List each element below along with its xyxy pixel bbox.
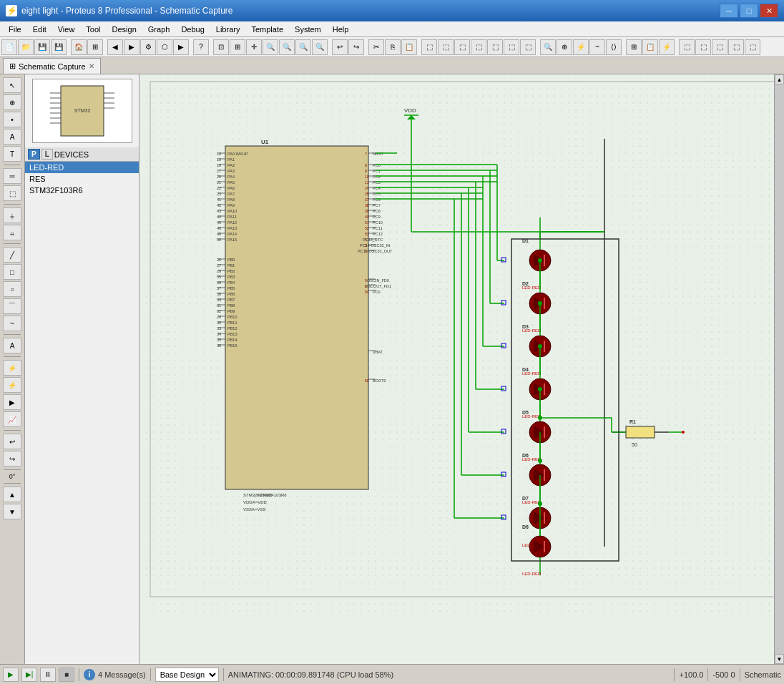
play-button[interactable]: ▶	[3, 668, 19, 682]
svg-text:10: 10	[365, 175, 369, 179]
lt-select[interactable]: ↖	[3, 77, 21, 93]
maximize-button[interactable]: □	[740, 4, 758, 18]
tb-save[interactable]: 💾	[34, 39, 50, 55]
lt-undo[interactable]: ↩	[3, 434, 21, 449]
tb-back[interactable]: ◀	[107, 39, 123, 55]
tb-undo[interactable]: ↩	[332, 39, 348, 55]
lt-probe[interactable]: ⚡	[3, 360, 21, 376]
menu-system[interactable]: System	[289, 21, 327, 36]
menu-graph[interactable]: Graph	[142, 21, 176, 36]
tab-schematic[interactable]: ⊞ Schematic Capture ✕	[3, 58, 101, 74]
menu-edit[interactable]: Edit	[27, 21, 52, 36]
design-select[interactable]: Base Design	[155, 668, 219, 682]
menu-design[interactable]: Design	[107, 21, 142, 36]
menu-tool[interactable]: Tool	[80, 21, 106, 36]
tb-sim[interactable]: ▶	[173, 39, 189, 55]
tb-zoom-in[interactable]: 🔍	[263, 39, 278, 55]
lt-line[interactable]: ╱	[3, 247, 21, 263]
tb-home[interactable]: 🏠	[71, 39, 87, 55]
tb-redo[interactable]: ↪	[348, 39, 364, 55]
mode-p-button[interactable]: P	[28, 149, 40, 160]
scroll-up-button[interactable]: ▲	[775, 74, 784, 84]
lt-wire-label[interactable]: A	[3, 129, 21, 145]
lt-bus[interactable]: ═	[3, 168, 21, 184]
lt-text[interactable]: T	[3, 146, 21, 162]
menu-debug[interactable]: Debug	[175, 21, 210, 36]
menu-view[interactable]: View	[52, 21, 81, 36]
lt-scroll-up[interactable]: ▲	[3, 487, 21, 502]
tb-grid[interactable]: ⊞	[87, 39, 103, 55]
tab-close-button[interactable]: ✕	[89, 62, 94, 70]
tb-sym[interactable]: ⬡	[157, 39, 172, 55]
pause-button[interactable]: ⏸	[40, 668, 56, 682]
menu-file[interactable]: File	[3, 21, 27, 36]
right-scrollbar[interactable]: ▲ ▼	[774, 74, 784, 664]
menu-library[interactable]: Library	[210, 21, 246, 36]
minimize-button[interactable]: ─	[720, 4, 738, 18]
tb-zoom-fit[interactable]: ⊡	[213, 39, 229, 55]
lt-path[interactable]: ~	[3, 316, 21, 331]
tb-block3[interactable]: ⬚	[454, 39, 470, 55]
tb-probe[interactable]: ⚡	[573, 39, 589, 55]
lt-junction[interactable]: •	[3, 112, 21, 127]
tb-fwd[interactable]: ▶	[124, 39, 139, 55]
mode-l-button[interactable]: L	[41, 149, 53, 160]
tb-q[interactable]: ?	[193, 39, 209, 55]
tb-block7[interactable]: ⬚	[520, 39, 536, 55]
tb-new[interactable]: 📄	[1, 39, 17, 55]
tb-cut[interactable]: ✂	[368, 39, 384, 55]
tb-pcb5[interactable]: ⬚	[745, 39, 760, 55]
tb-comp[interactable]: ⚙	[140, 39, 156, 55]
close-button[interactable]: ✕	[760, 4, 778, 18]
tb-block4[interactable]: ⬚	[471, 39, 486, 55]
tb-save-all[interactable]: 💾	[51, 39, 67, 55]
tb-bom[interactable]: 📋	[642, 39, 658, 55]
tb-paste[interactable]: 📋	[401, 39, 417, 55]
lt-sub[interactable]: ⬚	[3, 185, 21, 201]
lt-gen[interactable]: ⚡	[3, 377, 21, 393]
tb-pcb4[interactable]: ⬚	[728, 39, 744, 55]
tb-zoom-sel[interactable]: 🔍	[295, 39, 311, 55]
menu-help[interactable]: Help	[327, 21, 355, 36]
tb-pan[interactable]: ✛	[246, 39, 262, 55]
menu-template[interactable]: Template	[245, 21, 289, 36]
tb-pcb2[interactable]: ⬚	[695, 39, 711, 55]
lt-graph[interactable]: 📈	[3, 411, 21, 427]
tb-zoom-out[interactable]: 🔍	[279, 39, 295, 55]
lt-ground[interactable]: ⏛	[3, 225, 21, 240]
svg-text:PA1: PA1	[227, 157, 235, 162]
lt-scroll-dn[interactable]: ▼	[3, 504, 21, 519]
tb-elec[interactable]: ⚡	[659, 39, 675, 55]
tb-copy[interactable]: ⎘	[385, 39, 401, 55]
scroll-track[interactable]	[775, 84, 784, 654]
tb-gen[interactable]: ~	[589, 39, 605, 55]
tb-zoom-m2[interactable]: ⊕	[557, 39, 572, 55]
lt-power[interactable]: ⏚	[3, 207, 21, 223]
tb-zoom-all[interactable]: 🔍	[312, 39, 328, 55]
tb-block5[interactable]: ⬚	[487, 39, 503, 55]
lt-text2[interactable]: A	[3, 338, 21, 353]
lt-component[interactable]: ⊕	[3, 94, 21, 110]
tb-pcb3[interactable]: ⬚	[712, 39, 727, 55]
tb-scope[interactable]: ⟨⟩	[606, 39, 622, 55]
lt-tape[interactable]: ▶	[3, 394, 21, 410]
device-stm32[interactable]: STM32F103R6	[25, 185, 139, 196]
tb-pcb1[interactable]: ⬚	[679, 39, 695, 55]
lt-arc[interactable]: ⌒	[3, 298, 21, 314]
schematic-canvas[interactable]: VDD U1 14 PA0-WKUP 15 PA1 16 PA2 17 PA3 …	[139, 74, 774, 664]
tb-zoom-grid[interactable]: ⊞	[230, 39, 245, 55]
tb-zoom-m1[interactable]: 🔍	[540, 39, 556, 55]
tb-netlist[interactable]: ⊞	[626, 39, 642, 55]
lt-redo[interactable]: ↪	[3, 451, 21, 466]
tb-block2[interactable]: ⬚	[438, 39, 454, 55]
stop-button[interactable]: ■	[59, 668, 74, 682]
device-res[interactable]: RES	[25, 173, 139, 185]
lt-box[interactable]: □	[3, 264, 21, 280]
tb-open[interactable]: 📁	[18, 39, 34, 55]
step-button[interactable]: ▶|	[21, 668, 37, 682]
scroll-down-button[interactable]: ▼	[775, 654, 784, 664]
lt-circle[interactable]: ○	[3, 281, 21, 297]
tb-block6[interactable]: ⬚	[504, 39, 519, 55]
tb-block[interactable]: ⬚	[421, 39, 437, 55]
device-led-red[interactable]: LED-RED	[25, 162, 139, 173]
